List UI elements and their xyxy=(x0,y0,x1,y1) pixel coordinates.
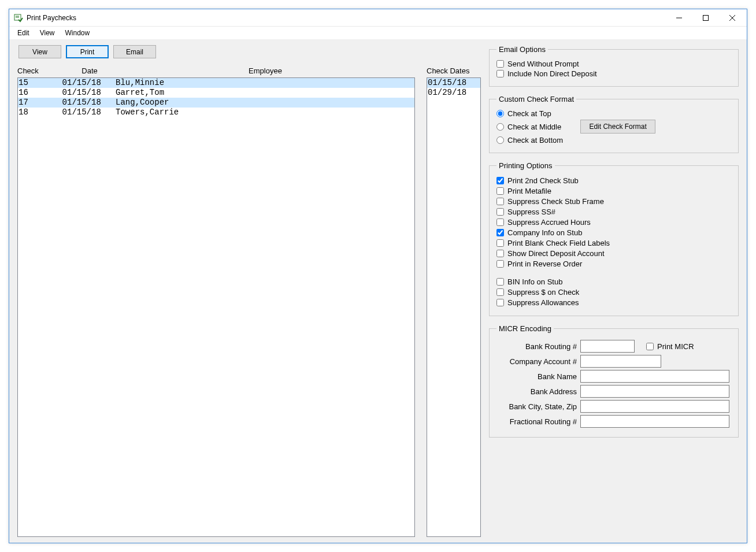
show-dd-label: Show Direct Deposit Account xyxy=(507,249,605,258)
checks-listbox[interactable]: 15 01/15/18 Blu,Minnie16 01/15/18 Garret… xyxy=(17,77,415,537)
print-micr-label: Print MICR xyxy=(657,342,694,351)
header-employee: Employee xyxy=(116,66,415,75)
company-acct-input[interactable] xyxy=(580,355,661,368)
blank-labels-label: Print Blank Check Field Labels xyxy=(507,239,610,247)
printing-options-legend: Printing Options xyxy=(496,161,555,170)
suppress-frame-checkbox[interactable] xyxy=(496,198,504,205)
email-options-legend: Email Options xyxy=(496,45,548,54)
right-pane: Email Options Send Without Prompt Includ… xyxy=(489,45,739,537)
svg-rect-4 xyxy=(703,15,709,20)
bank-addr-input[interactable] xyxy=(580,385,729,398)
print-paychecks-window: Print Paychecks Edit View Window View Pr… xyxy=(9,9,747,543)
print-button[interactable]: Print xyxy=(66,45,109,58)
left-pane: View Print Email Check Date Employee 15 … xyxy=(17,45,481,537)
bank-routing-label: Bank Routing # xyxy=(496,342,580,351)
check-at-top-label: Check at Top xyxy=(507,109,551,118)
view-button[interactable]: View xyxy=(18,45,61,58)
suppress-accrued-label: Suppress Accrued Hours xyxy=(507,218,591,227)
include-non-dd-checkbox[interactable] xyxy=(496,70,504,77)
header-check-dates: Check Dates xyxy=(427,66,469,75)
client-area: View Print Email Check Date Employee 15 … xyxy=(9,39,747,543)
print-2nd-stub-checkbox[interactable] xyxy=(496,177,504,184)
custom-check-format-group: Custom Check Format Check at Top Check a… xyxy=(489,95,739,153)
menu-window[interactable]: Window xyxy=(60,28,94,38)
bin-info-label: BIN Info on Stub xyxy=(507,277,562,286)
bank-addr-label: Bank Address xyxy=(496,387,580,396)
suppress-ss-checkbox[interactable] xyxy=(496,208,504,216)
header-date: Date xyxy=(64,66,116,75)
bin-info-checkbox[interactable] xyxy=(496,278,504,286)
check-row[interactable]: 18 01/15/18 Towers,Carrie xyxy=(18,108,414,117)
suppress-accrued-checkbox[interactable] xyxy=(496,218,504,226)
minimize-button[interactable] xyxy=(666,10,692,26)
check-row[interactable]: 15 01/15/18 Blu,Minnie xyxy=(18,78,414,88)
send-without-prompt-checkbox[interactable] xyxy=(496,60,504,68)
window-controls xyxy=(666,10,746,26)
include-non-dd-label: Include Non Direct Deposit xyxy=(507,69,597,78)
check-at-middle-label: Check at Middle xyxy=(507,123,561,131)
frac-routing-label: Fractional Routing # xyxy=(496,417,580,426)
custom-check-format-legend: Custom Check Format xyxy=(496,95,576,103)
edit-check-format-button[interactable]: Edit Check Format xyxy=(580,120,655,134)
check-row[interactable]: 17 01/15/18 Lang,Cooper xyxy=(18,98,414,108)
maximize-button[interactable] xyxy=(692,10,719,26)
micr-encoding-legend: MICR Encoding xyxy=(496,324,554,333)
check-row[interactable]: 16 01/15/18 Garret,Tom xyxy=(18,88,414,98)
printing-options-group: Printing Options Print 2nd Check Stub Pr… xyxy=(489,161,739,316)
toolbar: View Print Email xyxy=(17,45,481,58)
close-button[interactable] xyxy=(719,10,746,26)
titlebar: Print Paychecks xyxy=(9,9,747,27)
header-check: Check xyxy=(17,66,64,75)
menu-view[interactable]: View xyxy=(35,28,60,38)
print-metafile-label: Print Metafile xyxy=(507,187,551,195)
menubar: Edit View Window xyxy=(9,27,747,39)
blank-labels-checkbox[interactable] xyxy=(496,239,504,247)
bank-csz-input[interactable] xyxy=(580,400,729,413)
dates-headers: Check Dates xyxy=(427,66,481,77)
check-at-top-radio[interactable] xyxy=(496,110,504,117)
suppress-dollar-label: Suppress $ on Check xyxy=(507,288,579,297)
print-2nd-stub-label: Print 2nd Check Stub xyxy=(507,176,579,185)
micr-encoding-group: MICR Encoding Bank Routing # Print MICR … xyxy=(489,324,739,438)
bank-name-input[interactable] xyxy=(580,370,729,383)
suppress-allow-label: Suppress Allowances xyxy=(507,298,579,307)
company-acct-label: Company Account # xyxy=(496,357,580,366)
print-micr-checkbox[interactable] xyxy=(646,343,654,350)
bank-name-label: Bank Name xyxy=(496,372,580,381)
check-at-middle-radio[interactable] xyxy=(496,123,504,131)
company-info-label: Company Info on Stub xyxy=(507,228,582,237)
date-row[interactable]: 01/29/18 xyxy=(427,88,480,98)
suppress-allow-checkbox[interactable] xyxy=(496,299,504,306)
show-dd-checkbox[interactable] xyxy=(496,250,504,257)
suppress-dollar-checkbox[interactable] xyxy=(496,288,504,296)
print-metafile-checkbox[interactable] xyxy=(496,187,504,195)
tables-row: Check Date Employee 15 01/15/18 Blu,Minn… xyxy=(17,66,481,537)
menu-edit[interactable]: Edit xyxy=(13,28,34,38)
reverse-order-checkbox[interactable] xyxy=(496,260,504,268)
bank-csz-label: Bank City, State, Zip xyxy=(496,402,580,411)
email-options-group: Email Options Send Without Prompt Includ… xyxy=(489,45,739,87)
check-at-bottom-label: Check at Bottom xyxy=(507,136,563,145)
check-dates-table: Check Dates 01/15/1801/29/18 xyxy=(427,66,481,537)
company-info-checkbox[interactable] xyxy=(496,229,504,236)
bank-routing-input[interactable] xyxy=(580,340,635,353)
checks-headers: Check Date Employee xyxy=(17,66,415,77)
email-button[interactable]: Email xyxy=(113,45,156,58)
window-title: Print Paychecks xyxy=(27,14,666,22)
check-at-bottom-radio[interactable] xyxy=(496,136,504,144)
suppress-frame-label: Suppress Check Stub Frame xyxy=(507,197,604,206)
checks-table: Check Date Employee 15 01/15/18 Blu,Minn… xyxy=(17,66,415,537)
date-row[interactable]: 01/15/18 xyxy=(427,78,480,88)
frac-routing-input[interactable] xyxy=(580,415,729,428)
send-without-prompt-label: Send Without Prompt xyxy=(507,60,579,68)
reverse-order-label: Print in Reverse Order xyxy=(507,260,582,268)
app-icon xyxy=(14,13,23,23)
suppress-ss-label: Suppress SS# xyxy=(507,208,555,216)
check-dates-listbox[interactable]: 01/15/1801/29/18 xyxy=(427,77,481,537)
